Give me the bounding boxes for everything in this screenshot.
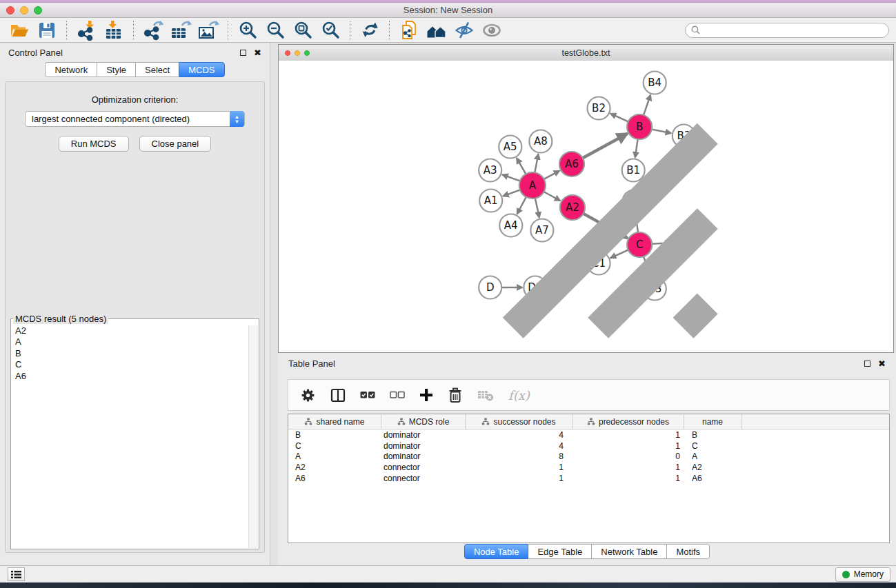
- table-cell: dominator: [381, 430, 466, 440]
- select-stepper-icon: ▲▼: [230, 111, 244, 127]
- table-body: Bdominator41BCdominator41CAdominator80AA…: [288, 429, 889, 484]
- save-session-button[interactable]: [33, 19, 61, 41]
- table-cell: A2: [288, 463, 381, 472]
- mcds-result-box: MCDS result (5 nodes) A2ABCA6: [10, 314, 259, 549]
- search-field[interactable]: [685, 23, 889, 38]
- float-panel-icon[interactable]: [864, 361, 870, 367]
- hide-graphics-details-button[interactable]: [450, 19, 478, 41]
- tab-motifs[interactable]: Motifs: [666, 544, 710, 559]
- resize-grip-icon[interactable]: [279, 61, 893, 352]
- network-from-selection-icon: [399, 20, 419, 41]
- close-panel-icon[interactable]: ✖: [878, 359, 886, 368]
- network-window-titlebar: testGlobe.txt: [279, 45, 893, 61]
- column-header-name[interactable]: name: [684, 414, 741, 429]
- table-cell: A: [288, 452, 381, 461]
- run-mcds-button[interactable]: Run MCDS: [59, 136, 129, 152]
- delete-column-trash-icon[interactable]: [448, 387, 463, 403]
- column-layout-icon[interactable]: [330, 388, 346, 403]
- table-cell: 4: [466, 430, 573, 440]
- table-cell: 1: [466, 463, 573, 472]
- eye-icon: [482, 21, 501, 39]
- export-network-button[interactable]: [139, 19, 167, 41]
- mcds-result-item: C: [12, 359, 248, 370]
- zoom-selected-button[interactable]: [317, 19, 344, 41]
- table-row[interactable]: Cdominator41C: [288, 440, 889, 452]
- tab-select[interactable]: Select: [135, 62, 179, 77]
- close-panel-icon[interactable]: ✖: [254, 48, 261, 57]
- search-input[interactable]: [704, 25, 879, 36]
- criterion-select[interactable]: largest connected component (directed) ▲…: [25, 111, 245, 127]
- zoom-fit-button[interactable]: [289, 19, 317, 41]
- table-cell: dominator: [381, 441, 466, 451]
- deselect-all-columns-icon[interactable]: [390, 389, 405, 401]
- table-header-row: shared nameMCDS rolesuccessor nodesprede…: [288, 414, 889, 429]
- table-panel-title: Table Panel: [288, 358, 335, 369]
- zoom-selected-icon: [321, 21, 340, 39]
- zoom-in-button[interactable]: [234, 19, 261, 41]
- add-column-icon[interactable]: [419, 388, 433, 402]
- control-panel-tabs: NetworkStyleSelectMCDS: [0, 62, 270, 77]
- table-cell: 8: [466, 452, 573, 461]
- table-row[interactable]: A6connector11A6: [288, 473, 889, 484]
- import-network-button[interactable]: [72, 19, 100, 41]
- table-cell: 1: [466, 474, 573, 483]
- show-eye-button[interactable]: [478, 19, 506, 41]
- table-cell: A2: [684, 463, 741, 472]
- table-row[interactable]: A2connector11A2: [288, 462, 889, 473]
- tab-style[interactable]: Style: [97, 62, 136, 77]
- main-toolbar: [0, 18, 896, 43]
- export-table-icon: [170, 20, 192, 41]
- column-header-predecessor-nodes[interactable]: predecessor nodes: [573, 414, 684, 429]
- tab-edge-table[interactable]: Edge Table: [528, 544, 592, 559]
- list-icon: [11, 570, 21, 579]
- application-window: Session: New Session: [0, 0, 896, 588]
- memory-status-icon: [842, 571, 850, 578]
- close-panel-button[interactable]: Close panel: [139, 136, 212, 152]
- home-button[interactable]: [423, 19, 450, 41]
- settings-gear-icon[interactable]: [300, 387, 316, 403]
- tab-mcds[interactable]: MCDS: [179, 62, 224, 77]
- export-image-icon: [197, 20, 219, 41]
- memory-button[interactable]: Memory: [835, 567, 890, 582]
- table-cell: connector: [381, 463, 466, 472]
- mcds-result-item: A2: [12, 325, 248, 336]
- task-history-button[interactable]: [8, 567, 25, 581]
- column-header-successor-nodes[interactable]: successor nodes: [466, 414, 573, 429]
- zoom-fit-icon: [294, 21, 312, 39]
- table-cell: 4: [466, 441, 573, 451]
- tab-network-table[interactable]: Network Table: [591, 544, 667, 559]
- float-panel-icon[interactable]: [240, 50, 246, 56]
- import-table-button[interactable]: [100, 19, 128, 41]
- export-image-button[interactable]: [195, 19, 222, 41]
- table-cell: A6: [684, 474, 741, 483]
- table-cell: C: [684, 441, 741, 451]
- column-header-shared-name[interactable]: shared name: [288, 414, 381, 429]
- home-houses-icon: [426, 21, 447, 39]
- zoom-in-icon: [239, 21, 257, 39]
- zoom-out-button[interactable]: [261, 19, 289, 41]
- open-session-button[interactable]: [6, 19, 33, 41]
- import-table-icon: [103, 20, 124, 41]
- mcds-result-list: A2ABCA6: [12, 325, 248, 548]
- apply-function-icon-disabled: f(x): [508, 388, 530, 403]
- column-header-mcds-role[interactable]: MCDS role: [381, 414, 466, 429]
- refresh-button[interactable]: [356, 19, 384, 41]
- window-title: Session: New Session: [0, 5, 896, 15]
- network-from-selection-button[interactable]: [395, 19, 423, 41]
- export-table-button[interactable]: [167, 19, 195, 41]
- network-canvas[interactable]: AA6A2BCA1A3A4A5A7A8B1B2B3B4C1C2C3C4DD1: [279, 61, 893, 352]
- window-titlebar: Session: New Session: [0, 3, 896, 18]
- select-all-columns-icon[interactable]: [360, 389, 375, 401]
- open-folder-icon: [9, 21, 30, 39]
- control-panel-title: Control Panel: [8, 48, 63, 58]
- tab-node-table[interactable]: Node Table: [464, 544, 529, 559]
- table-row[interactable]: Adominator80A: [288, 452, 889, 463]
- table-cell: C: [288, 441, 381, 451]
- mcds-result-scrollbar[interactable]: [248, 325, 258, 548]
- zoom-out-icon: [266, 21, 285, 39]
- table-row[interactable]: Bdominator41B: [288, 429, 889, 440]
- tab-network[interactable]: Network: [45, 62, 97, 77]
- save-icon: [38, 21, 56, 39]
- node-table: shared nameMCDS rolesuccessor nodesprede…: [288, 414, 890, 543]
- table-cell: 1: [573, 463, 684, 472]
